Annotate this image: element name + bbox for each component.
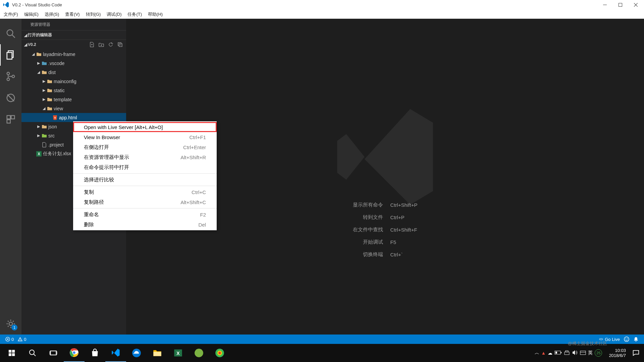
tree-folder[interactable]: ◢layadmin-frame xyxy=(21,50,126,59)
window-title: V0.2 - Visual Studio Code xyxy=(12,2,62,7)
status-errors[interactable]: 0 xyxy=(3,335,16,344)
menu-tasks[interactable]: 任务(T) xyxy=(124,10,145,19)
context-menu-label: 在侧边打开 xyxy=(84,144,109,150)
context-menu-item[interactable]: Open with Live Server [Alt+L Alt+O] xyxy=(73,122,217,132)
taskbar-chrome[interactable] xyxy=(64,344,85,362)
tray-battery-pct[interactable]: 25 xyxy=(595,349,602,357)
shortcut-key: Ctrl+Shift+P xyxy=(390,202,418,208)
context-menu-item[interactable]: 在资源管理器中显示Alt+Shift+R xyxy=(73,152,217,162)
tree-folder[interactable]: ◢view xyxy=(21,104,126,113)
tray-people-icon[interactable]: ▲ xyxy=(541,350,546,356)
context-menu-item[interactable]: 重命名F2 xyxy=(73,209,217,220)
folder-icon xyxy=(41,61,48,66)
taskbar-excel[interactable]: X xyxy=(168,344,189,362)
svg-rect-5 xyxy=(7,53,12,59)
maximize-button[interactable] xyxy=(612,0,628,10)
menu-edit[interactable]: 编辑(E) xyxy=(21,10,42,19)
svg-point-22 xyxy=(20,340,20,341)
svg-rect-30 xyxy=(9,353,11,356)
context-menu-item[interactable]: 复制路径Alt+Shift+C xyxy=(73,197,217,207)
shortcut-key: Ctrl+` xyxy=(390,252,418,257)
context-menu-item[interactable]: View In BrowserCtrl+F1 xyxy=(73,132,217,142)
tree-folder[interactable]: ◢dist xyxy=(21,68,126,77)
svg-point-7 xyxy=(7,78,10,81)
collapse-all-icon[interactable] xyxy=(117,41,123,48)
tray-volume-icon[interactable] xyxy=(572,350,578,357)
activity-explorer[interactable] xyxy=(0,44,21,66)
tree-folder[interactable]: ▶static xyxy=(21,86,126,95)
chevron-right-icon: ▶ xyxy=(36,61,41,65)
taskbar-app-green[interactable] xyxy=(189,344,209,362)
file-context-menu: Open with Live Server [Alt+L Alt+O]View … xyxy=(73,121,217,230)
menu-debug[interactable]: 调试(D) xyxy=(104,10,124,19)
tray-battery-icon[interactable] xyxy=(554,350,562,356)
status-feedback[interactable] xyxy=(622,335,631,344)
activity-debug[interactable] xyxy=(0,87,21,109)
taskbar-store[interactable] xyxy=(85,344,105,362)
status-bell[interactable] xyxy=(631,335,641,344)
context-menu-item[interactable]: 删除Del xyxy=(73,220,217,230)
context-menu-item[interactable]: 复制Ctrl+C xyxy=(73,187,217,197)
open-editors-section[interactable]: ◢ 打开的编辑器 xyxy=(21,30,126,40)
menu-view[interactable]: 查看(V) xyxy=(62,10,83,19)
file-icon xyxy=(41,142,48,147)
svg-rect-28 xyxy=(9,350,11,353)
shortcut-key: Ctrl+Shift+F xyxy=(390,227,418,233)
refresh-icon[interactable] xyxy=(107,41,114,48)
start-button[interactable] xyxy=(1,344,22,362)
folder-root-section[interactable]: ◢ V0.2 xyxy=(21,40,126,49)
context-menu-shortcut: Ctrl+F1 xyxy=(189,134,206,140)
context-menu-item[interactable]: 选择进行比较 xyxy=(73,175,217,185)
tree-folder[interactable]: ▶.vscode xyxy=(21,59,126,68)
tree-folder[interactable]: ▶mainconfig xyxy=(21,77,126,86)
activity-settings[interactable]: 1 xyxy=(0,313,21,335)
svg-rect-34 xyxy=(50,351,56,355)
activity-scm[interactable] xyxy=(0,66,21,87)
taskbar-vscode[interactable] xyxy=(105,344,126,362)
new-file-icon[interactable] xyxy=(89,41,95,48)
activity-search[interactable] xyxy=(0,23,21,44)
title-bar: V0.2 - Visual Studio Code xyxy=(0,0,644,10)
tray-onedrive-icon[interactable]: ☁ xyxy=(548,350,552,356)
taskbar-taskview[interactable] xyxy=(43,344,64,362)
tree-file[interactable]: 5app.html xyxy=(21,113,126,122)
minimize-button[interactable] xyxy=(597,0,612,10)
svg-rect-13 xyxy=(7,120,10,123)
tray-chevron-up-icon[interactable]: ︿ xyxy=(535,350,539,356)
menu-file[interactable]: 文件(F) xyxy=(1,10,21,19)
tree-item-label: json xyxy=(48,124,57,129)
chevron-right-icon: ▶ xyxy=(42,79,46,83)
context-menu-item[interactable]: 在命令提示符中打开 xyxy=(73,162,217,172)
context-menu-label: 复制 xyxy=(84,189,94,195)
context-menu-shortcut: Alt+Shift+C xyxy=(180,199,206,205)
svg-rect-12 xyxy=(11,116,14,119)
context-menu-item[interactable]: 在侧边打开Ctrl+Enter xyxy=(73,142,217,152)
tray-ime-mode[interactable] xyxy=(580,350,586,357)
menu-separator xyxy=(73,186,217,186)
shortcut-desc: 显示所有命令 xyxy=(353,202,383,208)
menu-go[interactable]: 转到(G) xyxy=(83,10,104,19)
taskbar-clock[interactable]: 10:03 2018/6/7 xyxy=(605,348,629,358)
svg-rect-41 xyxy=(153,352,161,356)
tray-ime-lang[interactable]: 英 xyxy=(588,350,593,356)
new-folder-icon[interactable] xyxy=(98,41,105,48)
status-warnings[interactable]: 0 xyxy=(16,335,28,344)
taskbar-file-explorer[interactable] xyxy=(147,344,168,362)
svg-rect-53 xyxy=(580,351,586,355)
action-center-button[interactable] xyxy=(629,344,643,362)
context-menu-label: View In Browser xyxy=(84,134,120,140)
activity-extensions[interactable] xyxy=(0,109,21,130)
tray-network-icon[interactable] xyxy=(564,350,570,357)
tree-folder[interactable]: ▶template xyxy=(21,95,126,104)
chevron-right-icon: ▶ xyxy=(42,97,46,102)
svg-text:X: X xyxy=(38,152,40,156)
menu-help[interactable]: 帮助(H) xyxy=(145,10,166,19)
svg-rect-11 xyxy=(7,116,10,119)
context-menu-shortcut: Ctrl+Enter xyxy=(183,144,206,150)
menu-selection[interactable]: 选择(S) xyxy=(42,10,62,19)
context-menu-label: 选择进行比较 xyxy=(84,177,114,183)
taskbar-edge[interactable] xyxy=(126,344,147,362)
taskbar-search[interactable] xyxy=(22,344,43,362)
taskbar-app-browser[interactable] xyxy=(209,344,230,362)
close-button[interactable] xyxy=(628,0,643,10)
